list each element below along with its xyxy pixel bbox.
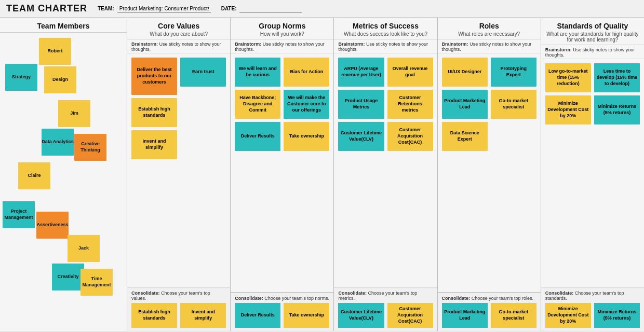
sticky-note: Have Backbone; Disagree and Commit bbox=[235, 90, 280, 119]
col-title-roles: Roles bbox=[441, 22, 538, 30]
col-title-group-norms: Group Norms bbox=[234, 22, 330, 30]
consolidate-notes: Product Marketing LeadGo-to-market speci… bbox=[442, 303, 536, 328]
footer-core-values: Consolidate: Choose your team's top valu… bbox=[127, 287, 230, 331]
brainstorm-standards: Brainstorm: Use sticky notes to show you… bbox=[541, 45, 644, 59]
team-member-time-management: Time Management bbox=[81, 269, 113, 296]
sticky-note: Data Science Expert bbox=[442, 122, 488, 151]
sticky-note: Take ownership bbox=[284, 122, 329, 151]
team-field: TEAM: bbox=[98, 5, 211, 13]
consolidate-sticky: Invent and simplify bbox=[180, 303, 226, 328]
brainstorm-metrics: Brainstorm: Use sticky notes to show you… bbox=[334, 39, 437, 53]
col-title-standards: Standards of Quality bbox=[544, 22, 641, 30]
consolidate-notes: Establish high standardsInvent and simpl… bbox=[131, 303, 226, 328]
consolidate-sticky: Customer Lifetime Value(CLV) bbox=[338, 303, 384, 328]
col-subtitle-standards: What are your standards for high quality… bbox=[544, 31, 641, 43]
col-header-core-values: Core Values What do you care about? bbox=[127, 18, 230, 39]
col-header-standards: Standards of Quality What are your stand… bbox=[541, 18, 644, 45]
brainstorm-group-norms: Brainstorm: Use sticky notes to show you… bbox=[231, 39, 333, 53]
consolidate-sticky: Minimize Development Cost by 20% bbox=[545, 303, 591, 328]
sticky-note: Invent and simplify bbox=[131, 130, 177, 159]
sticky-note: UI/UX Designer bbox=[442, 58, 488, 87]
app-title: TEAM CHARTER bbox=[6, 3, 87, 14]
consolidate-label: Consolidate: Choose your team's top metr… bbox=[338, 290, 433, 301]
team-member-creative-thinking: Creative Thinking bbox=[74, 134, 106, 161]
consolidate-sticky: Take ownership bbox=[284, 303, 329, 328]
body-metrics: ARPU (Average revenue per User)Overall r… bbox=[334, 53, 437, 287]
column-metrics: Metrics of Success What does success loo… bbox=[334, 18, 437, 331]
sticky-note: Less time to develop (15% time to develo… bbox=[594, 63, 640, 92]
sticky-note: Product Usage Metrics bbox=[338, 90, 384, 119]
sticky-note: Minimize Returns (5% returns) bbox=[594, 95, 640, 125]
body-group-norms: We will learn and be curiousBias for Act… bbox=[231, 53, 333, 292]
consolidate-label: Consolidate: Choose your team's top norm… bbox=[235, 296, 329, 301]
sticky-note: Go-to-market specialist bbox=[491, 90, 536, 119]
date-field: DATE: bbox=[221, 5, 302, 13]
sticky-note: Customer Acquisition Cost(CAC) bbox=[387, 122, 433, 151]
sticky-note: We will make the Customer core to our of… bbox=[284, 90, 329, 119]
sticky-note: ARPU (Average revenue per User) bbox=[338, 58, 384, 87]
main-content: Team Members RobertStrategyDesignJimData… bbox=[0, 18, 644, 331]
consolidate-notes: Deliver ResultsTake ownership bbox=[235, 303, 329, 328]
column-group-norms: Group Norms How will you work?Brainstorm… bbox=[231, 18, 334, 331]
consolidate-label: Consolidate: Choose your team's top role… bbox=[442, 296, 536, 301]
column-team-members: Team Members RobertStrategyDesignJimData… bbox=[0, 18, 127, 331]
footer-group-norms: Consolidate: Choose your team's top norm… bbox=[231, 292, 333, 331]
sticky-note: Overall revenue goal bbox=[387, 58, 433, 87]
consolidate-sticky: Establish high standards bbox=[131, 303, 177, 328]
team-member-strategy: Strategy bbox=[5, 64, 37, 91]
footer-metrics: Consolidate: Choose your team's top metr… bbox=[334, 287, 437, 331]
team-member-design: Design bbox=[44, 66, 76, 93]
column-core-values: Core Values What do you care about?Brain… bbox=[127, 18, 231, 331]
date-input[interactable] bbox=[239, 5, 302, 13]
col-header-group-norms: Group Norms How will you work? bbox=[231, 18, 333, 39]
footer-roles: Consolidate: Choose your team's top role… bbox=[438, 292, 541, 331]
team-input[interactable] bbox=[117, 5, 211, 13]
footer-standards: Consolidate: Choose your team's top stan… bbox=[541, 287, 644, 331]
col-header-team-members: Team Members bbox=[0, 18, 127, 33]
consolidate-sticky: Minimize Returns (5% returns) bbox=[594, 303, 640, 328]
sticky-note: We will learn and be curious bbox=[235, 58, 280, 87]
body-core-values: Deliver the best products to our custome… bbox=[127, 53, 230, 287]
col-subtitle-roles: What roles are necessary? bbox=[441, 31, 538, 37]
column-standards: Standards of Quality What are your stand… bbox=[541, 18, 644, 331]
col-title-team-members: Team Members bbox=[3, 22, 124, 30]
header: TEAM CHARTER TEAM: DATE: bbox=[0, 0, 644, 18]
body-standards: Low go-to-market time (15% reduction)Les… bbox=[541, 59, 644, 287]
sticky-note: Minimize Development Cost by 20% bbox=[545, 95, 591, 125]
sticky-note: Establish high standards bbox=[131, 98, 177, 127]
consolidate-notes: Customer Lifetime Value(CLV)Customer Acq… bbox=[338, 303, 433, 328]
col-subtitle-metrics: What does success look like to you? bbox=[337, 31, 434, 37]
team-member-creativity: Creativity bbox=[52, 264, 84, 290]
body-roles: UI/UX DesignerPrototyping ExpertProduct … bbox=[438, 53, 541, 292]
sticky-note: Deliver the best products to our custome… bbox=[131, 58, 177, 95]
consolidate-sticky: Go-to-market specialist bbox=[491, 303, 536, 328]
brainstorm-core-values: Brainstorm: Use sticky notes to show you… bbox=[127, 39, 230, 53]
col-subtitle-group-norms: How will you work? bbox=[234, 31, 330, 37]
col-header-metrics: Metrics of Success What does success loo… bbox=[334, 18, 437, 39]
col-title-core-values: Core Values bbox=[130, 22, 227, 30]
consolidate-sticky: Customer Acquisition Cost(CAC) bbox=[387, 303, 433, 328]
team-member-robert: Robert bbox=[39, 38, 71, 65]
sticky-note: Product Marketing Lead bbox=[442, 90, 488, 119]
consolidate-sticky: Product Marketing Lead bbox=[442, 303, 488, 328]
team-body: RobertStrategyDesignJimData AnalyticsCre… bbox=[0, 33, 127, 331]
column-roles: Roles What roles are necessary?Brainstor… bbox=[438, 18, 541, 331]
team-member-claire: Claire bbox=[18, 162, 50, 189]
sticky-note: Customer Lifetime Value(CLV) bbox=[338, 122, 384, 151]
team-member-assertiveness: Assertiveness bbox=[36, 212, 69, 239]
sticky-note: Prototyping Expert bbox=[491, 58, 536, 87]
brainstorm-roles: Brainstorm: Use sticky notes to show you… bbox=[438, 39, 541, 53]
sticky-note: Customer Retentions metrics bbox=[387, 90, 433, 119]
consolidate-label: Consolidate: Choose your team's top stan… bbox=[545, 290, 640, 301]
col-header-roles: Roles What roles are necessary? bbox=[438, 18, 541, 39]
consolidate-label: Consolidate: Choose your team's top valu… bbox=[131, 290, 226, 301]
consolidate-notes: Minimize Development Cost by 20%Minimize… bbox=[545, 303, 640, 328]
col-subtitle-core-values: What do you care about? bbox=[130, 31, 227, 37]
team-member-project-management: Project Management bbox=[3, 201, 35, 228]
team-member-data-analytics: Data Analytics bbox=[42, 129, 74, 156]
team-member-jack: Jack bbox=[68, 235, 100, 262]
consolidate-sticky: Deliver Results bbox=[235, 303, 280, 328]
team-member-jim: Jim bbox=[58, 100, 90, 127]
col-title-metrics: Metrics of Success bbox=[337, 22, 434, 30]
sticky-note: Earn trust bbox=[180, 58, 226, 87]
